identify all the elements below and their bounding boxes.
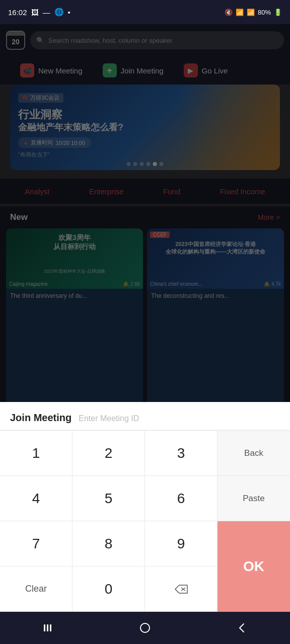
svg-rect-3 (47, 624, 48, 631)
key-ok[interactable]: OK (218, 521, 290, 612)
photo-icon: 🖼 (31, 8, 39, 17)
delete-icon (174, 584, 188, 594)
key-8[interactable]: 8 (72, 521, 145, 567)
status-time: 16:02 (8, 8, 27, 17)
svg-rect-2 (44, 624, 45, 631)
nav-bar (0, 612, 290, 644)
join-meeting-sheet: Join Meeting Enter Meeting ID 1 2 3 Back… (0, 402, 290, 612)
svg-rect-4 (50, 624, 51, 631)
key-7[interactable]: 7 (0, 521, 72, 567)
svg-rect-5 (140, 623, 150, 632)
keypad: 1 2 3 Back 4 5 6 Paste 7 8 9 OK Clear 0 (0, 430, 290, 612)
home-icon (139, 622, 151, 634)
wifi-icon: 📶 (236, 9, 244, 16)
back-icon (237, 622, 247, 634)
signal-icon: 📶 (247, 9, 255, 16)
globe-icon: 🌐 (54, 8, 64, 17)
key-delete[interactable] (145, 567, 218, 612)
join-meeting-title: Join Meeting (10, 412, 71, 424)
status-bar-left: 16:02 🖼 — 🌐 • (8, 8, 70, 17)
mute-icon: 🔇 (225, 9, 233, 16)
key-2[interactable]: 2 (72, 431, 145, 476)
key-paste[interactable]: Paste (218, 476, 290, 521)
status-bar: 16:02 🖼 — 🌐 • 🔇 📶 📶 80% 🔋 (0, 0, 290, 24)
nav-recents-button[interactable] (33, 618, 63, 638)
key-3[interactable]: 3 (145, 431, 218, 476)
key-6[interactable]: 6 (145, 476, 218, 521)
key-clear[interactable]: Clear (0, 567, 72, 612)
join-header: Join Meeting Enter Meeting ID (0, 402, 290, 430)
meeting-id-placeholder[interactable]: Enter Meeting ID (79, 414, 139, 423)
dot-icon: • (68, 8, 70, 17)
status-bar-right: 🔇 📶 📶 80% 🔋 (225, 9, 282, 16)
sim-icon: — (43, 8, 50, 17)
key-back[interactable]: Back (218, 431, 290, 476)
battery-level: 80% (258, 9, 271, 16)
key-0[interactable]: 0 (72, 567, 145, 612)
key-5[interactable]: 5 (72, 476, 145, 521)
nav-home-button[interactable] (130, 618, 160, 638)
key-4[interactable]: 4 (0, 476, 72, 521)
key-1[interactable]: 1 (0, 431, 72, 476)
battery-icon: 🔋 (274, 9, 282, 16)
nav-back-button[interactable] (227, 618, 257, 638)
recents-icon (42, 623, 54, 633)
key-9[interactable]: 9 (145, 521, 218, 567)
